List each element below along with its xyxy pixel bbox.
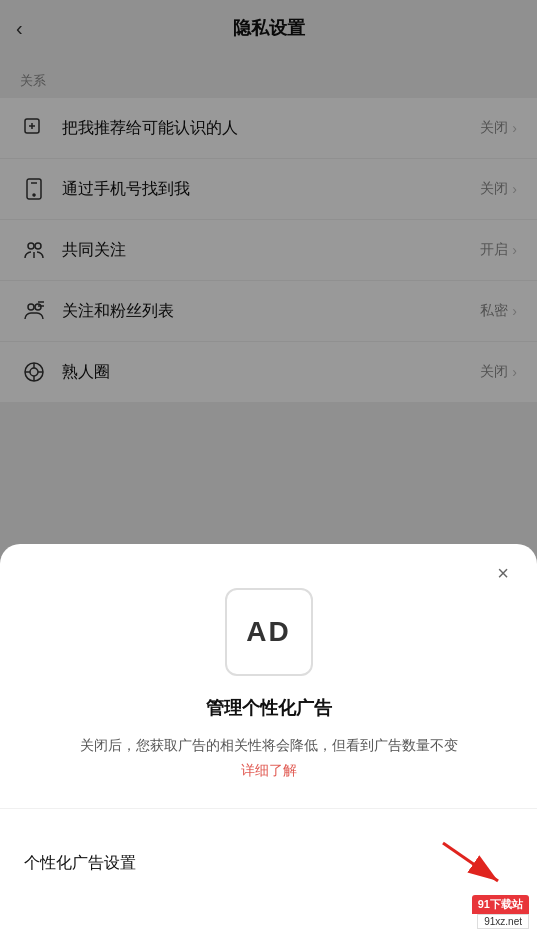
modal-sheet: × AD 管理个性化广告 关闭后，您获取广告的相关性将会降低，但看到广告数量不变… [0,544,537,937]
watermark-top: 91下载站 [472,895,529,914]
modal-setting-row[interactable]: 个性化广告设置 [24,829,513,897]
svg-line-20 [443,843,498,881]
modal-close-button[interactable]: × [489,560,517,588]
ad-icon: AD [225,588,313,676]
watermark-bottom: 91xz.net [477,914,529,929]
modal-divider [0,808,537,809]
modal-title: 管理个性化广告 [24,696,513,720]
modal-setting-label: 个性化广告设置 [24,853,136,874]
red-arrow-icon [433,833,513,893]
watermark: 91下载站 91xz.net [472,895,529,929]
modal-link[interactable]: 详细了解 [24,762,513,780]
modal-description: 关闭后，您获取广告的相关性将会降低，但看到广告数量不变 [24,734,513,756]
